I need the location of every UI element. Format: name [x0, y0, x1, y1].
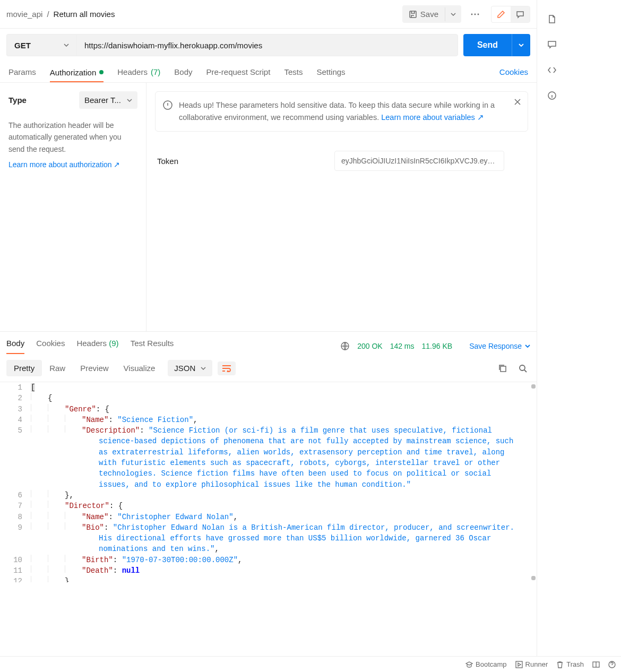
- auth-learn-link[interactable]: Learn more about authorization ↗: [8, 160, 137, 169]
- wrap-lines-button[interactable]: [218, 361, 236, 375]
- code-line: 11"Death": null: [0, 565, 537, 576]
- code-line: 10"Birth": "1970-07-30T00:00:00.000Z",: [0, 555, 537, 565]
- tab-label: Tests: [284, 67, 303, 76]
- seg-label: Preview: [80, 364, 108, 373]
- svg-rect-6: [501, 366, 506, 372]
- tab-authorization[interactable]: Authorization: [50, 63, 104, 82]
- tab-tests[interactable]: Tests: [284, 62, 303, 82]
- banner-close-button[interactable]: [514, 98, 521, 106]
- rtab-count: (9): [109, 339, 118, 348]
- tab-params[interactable]: Params: [8, 62, 36, 82]
- code-line: 8"Name": "Christopher Edward Nolan",: [0, 512, 537, 522]
- code-line: 3"Genre": {: [0, 404, 537, 415]
- more-horizontal-icon: [471, 13, 479, 15]
- view-raw[interactable]: Raw: [42, 360, 73, 376]
- doc-comment-group: [491, 6, 530, 23]
- chevron-down-icon: [64, 42, 69, 48]
- svg-point-2: [475, 13, 476, 15]
- save-response-button[interactable]: Save Response: [469, 342, 530, 350]
- url-input[interactable]: https://daniswhoiam-myflix.herokuapp.com…: [76, 34, 458, 56]
- help-icon: [608, 661, 616, 668]
- auth-sidebar: Type Bearer T... The authorization heade…: [0, 83, 146, 331]
- tab-label: Headers: [117, 67, 148, 76]
- rail-comments[interactable]: [537, 32, 567, 57]
- format-select[interactable]: JSON: [168, 360, 212, 376]
- response-meta: 200 OK 142 ms 11.96 KB Save Response: [340, 341, 530, 351]
- globe-icon[interactable]: [340, 341, 350, 351]
- scrollbar-thumb[interactable]: [531, 576, 536, 580]
- seg-label: Visualize: [124, 364, 156, 373]
- rtab-label: Body: [6, 339, 24, 348]
- info-icon: [547, 91, 557, 100]
- edit-button[interactable]: [491, 6, 511, 22]
- status-bar: Bootcamp Runner Trash: [0, 656, 621, 672]
- footer-label: Runner: [525, 660, 548, 668]
- chevron-down-icon: [451, 12, 456, 17]
- tab-label: Params: [8, 67, 36, 76]
- tab-label: Body: [174, 67, 192, 76]
- rail-code[interactable]: [537, 57, 567, 83]
- close-icon: [514, 98, 521, 106]
- token-value: eyJhbGciOiJIUzI1NiIsInR5cCI6IkpXVCJ9.eyJ…: [341, 157, 497, 165]
- footer-label: Bootcamp: [476, 660, 507, 668]
- external-link-icon: ↗: [114, 160, 120, 169]
- cookies-link[interactable]: Cookies: [499, 67, 528, 76]
- tab-count: (7): [151, 67, 160, 76]
- chevron-down-icon: [201, 366, 206, 371]
- footer-runner[interactable]: Runner: [515, 660, 548, 668]
- resp-tab-headers[interactable]: Headers (9): [76, 339, 118, 353]
- tab-headers[interactable]: Headers (7): [117, 62, 160, 82]
- view-visualize[interactable]: Visualize: [116, 360, 163, 376]
- scrollbar-thumb[interactable]: [531, 384, 536, 389]
- tab-body[interactable]: Body: [174, 62, 192, 82]
- save-resp-label: Save Response: [469, 342, 522, 350]
- footer-bootcamp[interactable]: Bootcamp: [465, 660, 507, 668]
- search-icon: [519, 364, 527, 373]
- search-response-button[interactable]: [515, 361, 530, 376]
- footer-help[interactable]: [608, 661, 616, 668]
- rail-info[interactable]: [537, 83, 567, 108]
- code-line: 1[: [0, 382, 537, 393]
- send-dropdown[interactable]: [512, 34, 530, 56]
- rtab-label: Cookies: [36, 339, 65, 348]
- resp-tab-body[interactable]: Body: [6, 339, 24, 354]
- method-select[interactable]: GET: [6, 34, 76, 56]
- breadcrumb-collection[interactable]: movie_api: [6, 10, 42, 19]
- save-button[interactable]: Save: [402, 5, 445, 23]
- resp-tab-tests[interactable]: Test Results: [131, 339, 174, 353]
- banner-text: Heads up! These parameters hold sensitiv…: [179, 99, 520, 124]
- token-input[interactable]: eyJhbGciOiJIUzI1NiIsInR5cCI6IkpXVCJ9.eyJ…: [334, 151, 504, 171]
- file-icon: [547, 14, 557, 24]
- auth-type-select[interactable]: Bearer T...: [79, 91, 137, 109]
- tab-prerequest[interactable]: Pre-request Script: [206, 62, 271, 82]
- code-line: 12},: [0, 576, 537, 582]
- breadcrumb: movie_api / Return all movies: [6, 10, 115, 19]
- copy-icon: [498, 364, 507, 373]
- breadcrumb-request[interactable]: Return all movies: [54, 10, 115, 19]
- trash-icon: [556, 661, 564, 668]
- resp-tab-cookies[interactable]: Cookies: [36, 339, 65, 353]
- copy-response-button[interactable]: [495, 361, 510, 376]
- response-size: 11.96 KB: [422, 342, 453, 350]
- learn-label: Learn more about authorization: [8, 160, 112, 169]
- banner-learn-link[interactable]: Learn more about variables ↗: [381, 113, 484, 122]
- auth-description: The authorization header will be automat…: [8, 119, 137, 155]
- footer-two-pane[interactable]: [592, 661, 600, 668]
- graduation-icon: [465, 661, 473, 668]
- save-dropdown[interactable]: [445, 7, 461, 21]
- tab-settings[interactable]: Settings: [316, 62, 345, 82]
- code-line: 4"Name": "Science Fiction",: [0, 415, 537, 425]
- code-icon: [547, 65, 557, 75]
- code-line: 7"Director": {: [0, 501, 537, 511]
- view-pretty[interactable]: Pretty: [6, 360, 42, 376]
- footer-trash[interactable]: Trash: [556, 660, 584, 668]
- response-body[interactable]: 1[2{3"Genre": {4"Name": "Science Fiction…: [0, 382, 537, 582]
- send-button[interactable]: Send: [463, 34, 512, 56]
- rail-documentation[interactable]: [537, 6, 567, 32]
- cookies-label: Cookies: [499, 67, 528, 76]
- view-preview[interactable]: Preview: [73, 360, 116, 376]
- comment-button[interactable]: [511, 6, 530, 22]
- auth-type-label: Type: [8, 96, 27, 105]
- play-box-icon: [515, 661, 523, 668]
- more-actions-button[interactable]: [467, 9, 484, 20]
